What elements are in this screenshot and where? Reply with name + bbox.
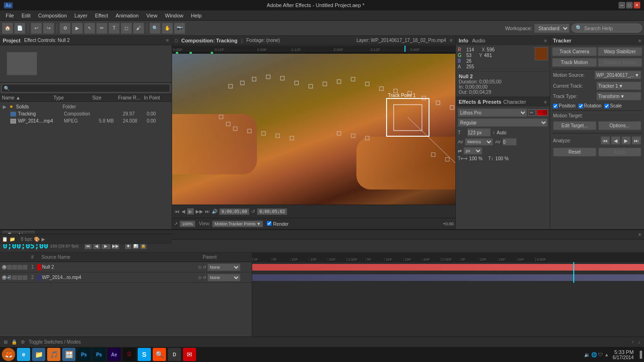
list-item[interactable]: WP_2014....mp4 MPEG 5.8 MB 24.008 0:00: [1, 117, 171, 124]
analyze-forward-button[interactable]: ⏭: [632, 136, 641, 145]
warp-stabilizer-button[interactable]: Warp Stabilizer: [598, 47, 643, 56]
lock-icon[interactable]: [17, 265, 22, 270]
menu-window[interactable]: Window: [161, 12, 187, 19]
solo-icon[interactable]: [12, 265, 17, 270]
next-frame-btn[interactable]: ▶▶: [196, 209, 203, 214]
comp-menu[interactable]: ≡: [450, 38, 453, 43]
minimize-button[interactable]: ─: [619, 2, 625, 8]
loop-btn[interactable]: ↺: [251, 209, 255, 214]
options-button[interactable]: Options...: [598, 121, 642, 130]
position-checkbox[interactable]: [553, 104, 558, 108]
font-size-input[interactable]: [467, 128, 491, 137]
character-tab[interactable]: Character: [504, 99, 526, 105]
play-btn[interactable]: ▶: [187, 208, 194, 214]
taskbar-bittorrent[interactable]: ©: [123, 348, 136, 361]
track-null2[interactable]: [252, 262, 644, 272]
track-camera-button[interactable]: Track Camera: [552, 47, 597, 56]
timeline-ruler[interactable]: 0F 5F 10F 15F 20F 1:00F 5F 10F 15F 20F 2…: [252, 253, 644, 262]
new-comp-icon[interactable]: 📋: [2, 237, 8, 242]
layer-row[interactable]: 👁 1 Null 2 ⊙ ↺ None: [0, 262, 252, 272]
comp-canvas[interactable]: Track Point 1 Track Point 2: [172, 54, 455, 205]
render-toggle[interactable]: Render: [267, 221, 289, 227]
effects-menu[interactable]: ≡: [544, 99, 547, 105]
current-track-selector[interactable]: Tracker 1 ▼: [596, 82, 641, 90]
timecode-end[interactable]: 0;00;05;02: [257, 208, 287, 215]
shy-icon-2[interactable]: [23, 275, 27, 280]
comp-tab-title[interactable]: Composition: Tracking: [181, 38, 237, 43]
font-color-swatch[interactable]: [537, 109, 548, 116]
scale-checkbox-label[interactable]: Scale: [604, 103, 622, 108]
font-name-select[interactable]: Lithos Pro: [458, 108, 527, 117]
zoom-tool[interactable]: 🔍: [149, 23, 161, 34]
analyze-next-button[interactable]: ▶: [621, 136, 631, 145]
switch-modes-icon[interactable]: ⊞: [4, 339, 8, 345]
hand-tool[interactable]: ✋: [162, 23, 173, 34]
reset-button[interactable]: Reset: [553, 148, 596, 156]
taskbar-firefox[interactable]: 🦊: [2, 348, 15, 361]
settings-button[interactable]: ⚙: [59, 23, 71, 34]
tracker-menu[interactable]: ≡: [638, 38, 641, 43]
col-size-header[interactable]: Size: [92, 95, 118, 100]
parent-select-2[interactable]: None: [207, 274, 240, 281]
taskbar-matlab[interactable]: 🎵: [47, 348, 60, 361]
audio-icon[interactable]: 🔊: [212, 209, 217, 214]
list-item[interactable]: Tracking Composition 29.97 0:00: [1, 110, 171, 117]
bit-depth[interactable]: 8 bpc: [21, 237, 32, 242]
parent-select-1[interactable]: None: [207, 263, 240, 271]
parent-icon-2[interactable]: ⊙: [198, 275, 202, 280]
menu-view[interactable]: View: [142, 12, 161, 19]
taskbar-photoshop[interactable]: Ps: [77, 348, 91, 361]
font-pencil-icon[interactable]: ✏: [528, 109, 536, 116]
camera-tool[interactable]: 📷: [174, 23, 185, 34]
brush-tool[interactable]: 🖌: [133, 23, 144, 34]
info-tab[interactable]: Info: [459, 38, 468, 43]
metrics-select[interactable]: Metrics: [465, 138, 493, 146]
menu-layer[interactable]: Layer: [71, 12, 91, 19]
render-icon[interactable]: ▶: [41, 237, 45, 242]
zoom-icon[interactable]: ↗: [174, 221, 178, 226]
color-settings-icon[interactable]: 🎨: [34, 237, 40, 242]
position-checkbox-label[interactable]: Position: [553, 103, 576, 108]
render-button[interactable]: ▶: [72, 23, 83, 34]
taskbar-photoshop2[interactable]: Ps: [92, 348, 106, 361]
menu-animation[interactable]: Animation: [112, 12, 142, 19]
rotation-checkbox-label[interactable]: Rotation: [578, 103, 602, 108]
menu-effect[interactable]: Effect: [91, 12, 112, 19]
visibility-icon[interactable]: 👁: [2, 265, 7, 270]
maximize-button[interactable]: □: [626, 2, 633, 8]
layer-row[interactable]: 👁 🔊 2 WP_2014...ro.mp4 ⊙ ↺ None: [0, 272, 252, 283]
project-search-input[interactable]: [1, 84, 170, 92]
text-tool[interactable]: T: [108, 23, 120, 34]
analyze-rewind-button[interactable]: ⏮: [601, 136, 610, 145]
taskbar-search[interactable]: 🔍: [153, 348, 166, 361]
taskbar-skype[interactable]: S: [138, 348, 151, 361]
col-type-header[interactable]: Type: [54, 95, 92, 100]
effects-presets-tab[interactable]: Effects & Presets: [459, 99, 502, 105]
redo-button[interactable]: ↪: [43, 23, 54, 34]
source-name-header[interactable]: Source Name: [41, 255, 202, 260]
close-button[interactable]: ✕: [634, 2, 640, 8]
zoom-level[interactable]: 100%: [180, 221, 195, 227]
shy-icon[interactable]: [23, 265, 27, 270]
track-motion-button[interactable]: Track Motion: [552, 58, 597, 67]
edit-target-button[interactable]: Edit Target...: [553, 121, 596, 130]
home-button[interactable]: 🏠: [2, 23, 13, 34]
layer-name-1[interactable]: Null 2: [42, 264, 197, 270]
info-panel-menu[interactable]: ≡: [544, 38, 547, 43]
percent-1[interactable]: 100 %: [469, 156, 482, 161]
play-backward-btn[interactable]: ⏮: [175, 209, 180, 214]
collapse-icon-tl[interactable]: ↓: [638, 339, 640, 345]
play-forward-btn[interactable]: ⏭: [205, 209, 210, 214]
stabilize-motion-button[interactable]: Stabilize Motion: [598, 58, 643, 67]
toggle-switches-label[interactable]: Toggle Switches / Modes: [29, 339, 81, 345]
audio-tab[interactable]: Audio: [472, 38, 485, 43]
apply-button[interactable]: Apply: [598, 148, 642, 156]
solo-icon-2[interactable]: [12, 275, 17, 280]
rotation-checkbox[interactable]: [578, 104, 583, 108]
project-tab[interactable]: Project: [3, 38, 20, 43]
col-name-header[interactable]: Name ▲: [2, 95, 54, 100]
taskbar-dev[interactable]: D: [168, 348, 181, 361]
undo-button[interactable]: ↩: [31, 23, 42, 34]
effect-controls-tab[interactable]: Effect Controls: Null 2: [24, 38, 70, 43]
parent-icon-1[interactable]: ⊙: [198, 265, 202, 270]
